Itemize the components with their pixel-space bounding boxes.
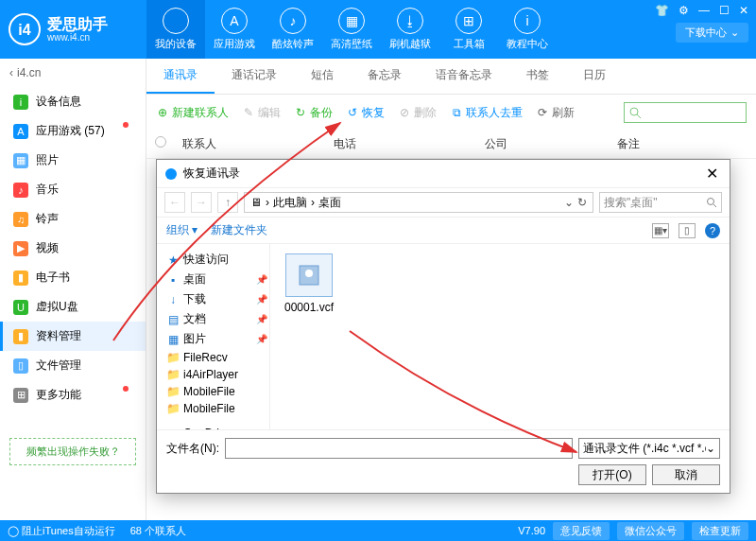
nav-apps[interactable]: A应用游戏 [205, 0, 264, 59]
col-phone[interactable]: 电话 [326, 136, 477, 152]
backup-button[interactable]: ↻备份 [294, 105, 333, 121]
svg-line-3 [637, 114, 641, 118]
edit-button[interactable]: ✎编辑 [242, 105, 281, 121]
file-list[interactable]: 00001.vcf [270, 244, 730, 429]
folder-icon: 📁 [166, 368, 180, 381]
tab-bookmarks[interactable]: 书签 [509, 59, 566, 94]
nav-up-button[interactable]: ↑ [217, 192, 238, 213]
new-contact-button[interactable]: ⊕新建联系人 [156, 105, 229, 121]
path-bar[interactable]: 🖥 ›此电脑 ›桌面 ⌄↻ [244, 192, 593, 213]
refresh-button[interactable]: ⟳刷新 [536, 105, 575, 121]
tree-item[interactable]: 📁MobileFile [161, 383, 266, 400]
tab-voice[interactable]: 语音备忘录 [419, 59, 509, 94]
app-logo-icon [164, 167, 178, 181]
tab-calls[interactable]: 通话记录 [215, 59, 294, 94]
nav-wallpapers[interactable]: ▦高清壁纸 [322, 0, 381, 59]
minimize-icon[interactable]: — [698, 4, 710, 17]
filename-input[interactable] [225, 438, 573, 459]
delete-button[interactable]: ⊘删除 [398, 105, 437, 121]
file-open-dialog: 恢复通讯录 ✕ ← → ↑ 🖥 ›此电脑 ›桌面 ⌄↻ 搜索"桌面" 组织 ▾ … [156, 159, 730, 494]
select-all-checkbox[interactable] [155, 136, 166, 148]
file-type-select[interactable]: 通讯录文件 (*.i4c *.vcf *.csv)⌄ [578, 438, 720, 459]
search-input[interactable] [624, 102, 747, 123]
sidebar-item-deviceinfo[interactable]: i设备信息 [0, 87, 146, 116]
sidebar-item-videos[interactable]: ▶视频 [0, 234, 146, 263]
sidebar-item-more[interactable]: ⊞更多功能 [0, 380, 146, 410]
itunes-toggle[interactable]: ◯ 阻止iTunes自动运行 [8, 524, 115, 538]
folder-icon: ▯ [13, 358, 28, 374]
dialog-search-input[interactable]: 搜索"桌面" [599, 192, 722, 213]
sidebar-item-data[interactable]: ▮资料管理 [0, 322, 146, 351]
tab-contacts[interactable]: 通讯录 [146, 59, 215, 94]
tree-item[interactable]: ↓下载📌 [161, 289, 266, 309]
tree-item[interactable]: ▪桌面📌 [161, 270, 266, 289]
file-item[interactable]: 00001.vcf [280, 253, 338, 314]
video-icon: ▶ [13, 241, 28, 256]
breadcrumb[interactable]: ‹ i4.cn [0, 59, 146, 87]
status-bar: ◯ 阻止iTunes自动运行 68 个联系人 V7.90 意见反馈 微信公众号 … [0, 520, 756, 541]
shirt-icon[interactable]: 👕 [655, 4, 669, 17]
tree-item[interactable]: 📁i4AirPlayer [161, 366, 266, 383]
tree-item[interactable]: 📁MobileFile [161, 400, 266, 417]
sidebar-item-files[interactable]: ▯文件管理 [0, 351, 146, 380]
sidebar-item-ringtones[interactable]: ♫铃声 [0, 204, 146, 234]
view-mode-button[interactable]: ▦▾ [652, 223, 669, 238]
feedback-button[interactable]: 意见反馈 [553, 522, 610, 540]
open-button[interactable]: 打开(O) [578, 464, 646, 485]
col-name[interactable]: 联系人 [175, 136, 326, 152]
edit-icon: ✎ [242, 106, 255, 119]
pin-icon: 📌 [256, 274, 266, 285]
maximize-icon[interactable]: ☐ [719, 4, 730, 17]
tree-item[interactable]: ▤文档📌 [161, 309, 266, 329]
dialog-close-button[interactable]: ✕ [702, 165, 722, 183]
file-name: 00001.vcf [284, 301, 334, 314]
contacts-count: 68 个联系人 [130, 524, 186, 538]
tab-notes[interactable]: 备忘录 [351, 59, 419, 94]
dedup-button[interactable]: ⧉联系人去重 [450, 105, 523, 121]
gear-icon[interactable]: ⚙ [679, 4, 689, 17]
music-icon: ♪ [13, 183, 28, 198]
col-company[interactable]: 公司 [477, 136, 610, 152]
nav-forward-button[interactable]: → [191, 192, 212, 213]
update-button[interactable]: 检查更新 [692, 522, 748, 540]
sidebar-item-apps[interactable]: A应用游戏 (57) [0, 116, 146, 146]
nav-back-button[interactable]: ← [164, 192, 185, 213]
dialog-footer: 文件名(N): 通讯录文件 (*.i4c *.vcf *.csv)⌄ 打开(O)… [157, 429, 730, 493]
nav-ringtones[interactable]: ♪酷炫铃声 [264, 0, 322, 59]
nav-tutorials[interactable]: i教程中心 [498, 0, 557, 59]
sidebar: ‹ i4.cn i设备信息 A应用游戏 (57) ▦照片 ♪音乐 ♫铃声 ▶视频… [0, 59, 146, 520]
new-folder-button[interactable]: 新建文件夹 [211, 222, 267, 238]
pic-icon: ▦ [166, 333, 180, 346]
restore-button[interactable]: ↺恢复 [346, 105, 385, 121]
sidebar-item-music[interactable]: ♪音乐 [0, 175, 146, 204]
folder-icon: 📁 [166, 385, 180, 398]
tree-item[interactable]: ▦图片📌 [161, 329, 266, 349]
cancel-button[interactable]: 取消 [652, 464, 720, 485]
chevron-down-icon[interactable]: ⌄ [564, 196, 574, 209]
tab-calendar[interactable]: 日历 [566, 59, 623, 94]
folder-tree: ★快速访问▪桌面📌↓下载📌▤文档📌▦图片📌📁FileRecv📁i4AirPlay… [157, 244, 270, 429]
svg-text:i4: i4 [18, 22, 30, 38]
tree-item[interactable]: ★快速访问 [161, 250, 266, 270]
tree-item[interactable]: 📁FileRecv [161, 349, 266, 366]
sidebar-item-udisk[interactable]: U虚拟U盘 [0, 292, 146, 322]
preview-button[interactable]: ▯ [679, 223, 696, 238]
close-icon[interactable]: ✕ [739, 4, 748, 17]
folder-icon: 📁 [166, 351, 180, 364]
photo-icon: ▦ [13, 153, 28, 168]
help-link[interactable]: 频繁出现操作失败？ [9, 438, 136, 465]
sidebar-item-ebooks[interactable]: ▮电子书 [0, 263, 146, 292]
help-icon[interactable]: ? [705, 223, 720, 238]
nav-jailbreak[interactable]: ⭳刷机越狱 [381, 0, 439, 59]
wechat-button[interactable]: 微信公众号 [617, 522, 684, 540]
nav-my-device[interactable]: 我的设备 [146, 0, 205, 59]
col-remark[interactable]: 备注 [610, 136, 756, 152]
nav-toolbox[interactable]: ⊞工具箱 [439, 0, 498, 59]
refresh-icon[interactable]: ↻ [577, 196, 587, 209]
download-center-button[interactable]: 下载中心 ⌄ [676, 23, 748, 43]
tab-sms[interactable]: 短信 [294, 59, 351, 94]
book-icon: ▮ [13, 270, 28, 286]
organize-button[interactable]: 组织 ▾ [166, 222, 198, 238]
sidebar-item-photos[interactable]: ▦照片 [0, 146, 146, 175]
logo-icon: i4 [8, 12, 42, 46]
